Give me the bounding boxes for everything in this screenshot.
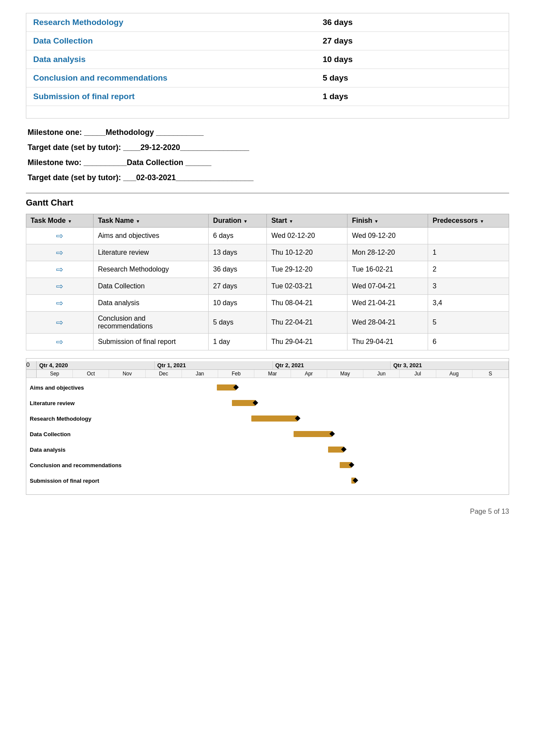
gantt-task-name: Aims and objectives [94, 228, 209, 244]
gantt-row-2: ⇨ Research Methodology 36 days Tue 29-12… [26, 261, 509, 278]
gantt-bar-2 [251, 415, 297, 422]
gantt-bar-container-5 [125, 457, 509, 473]
gantt-predecessors [428, 228, 509, 244]
gantt-finish: Wed 09-12-20 [347, 228, 428, 244]
gantt-duration: 1 day [209, 334, 267, 350]
gantt-start: Thu 10-12-20 [267, 244, 347, 261]
gantt-vis-row-1: Literature review [26, 395, 509, 411]
gantt-col-header-0: Task Mode ▼ [26, 214, 94, 228]
milestone-label-2: Milestone two: __________Data Collection… [28, 158, 507, 167]
gantt-month-label-2: Nov [109, 370, 145, 378]
gantt-duration: 36 days [209, 261, 267, 278]
summary-duration: 1 days [316, 87, 509, 106]
gantt-start: Wed 02-12-20 [267, 228, 347, 244]
gantt-predecessors: 2 [428, 261, 509, 278]
gantt-month-label-6: Mar [254, 370, 291, 378]
gantt-finish: Wed 07-04-21 [347, 278, 428, 295]
gantt-qtr-label-1: Qtr 1, 2021 [155, 361, 273, 369]
gantt-bar-1 [232, 400, 255, 406]
gantt-vis-zero-col: 0 [26, 361, 37, 369]
gantt-visual-chart: 0Qtr 4, 2020Qtr 1, 2021Qtr 2, 2021Qtr 3,… [26, 358, 509, 495]
gantt-col-header-2: Duration ▼ [209, 214, 267, 228]
page-number: Page 5 of 13 [26, 508, 509, 515]
gantt-bar-container-4 [125, 442, 509, 457]
gantt-row-1: ⇨ Literature review 13 days Thu 10-12-20… [26, 244, 509, 261]
gantt-predecessors: 5 [428, 312, 509, 334]
gantt-month-label-5: Feb [218, 370, 254, 378]
gantt-predecessors: 1 [428, 244, 509, 261]
gantt-month-label-11: Aug [436, 370, 472, 378]
summary-row: Data analysis 10 days [26, 50, 509, 69]
gantt-mode-icon: ⇨ [26, 261, 94, 278]
gantt-task-name: Literature review [94, 244, 209, 261]
gantt-vis-task-label-5: Conclusion and recommendations [30, 462, 125, 469]
gantt-finish: Thu 29-04-21 [347, 334, 428, 350]
milestone-label-1: Milestone one: _____Methodology ________… [28, 128, 507, 137]
gantt-vis-zero-col-month [26, 370, 37, 378]
gantt-vis-row-2: Research Methodology [26, 411, 509, 426]
gantt-task-name: Conclusion andrecommendations [94, 312, 209, 334]
gantt-task-name: Data analysis [94, 295, 209, 312]
summary-task-name: Conclusion and recommendations [26, 69, 316, 87]
gantt-table: Task Mode ▼Task Name ▼Duration ▼Start ▼F… [26, 214, 509, 350]
gantt-col-header-4: Finish ▼ [347, 214, 428, 228]
gantt-mode-icon: ⇨ [26, 278, 94, 295]
summary-row: Conclusion and recommendations 5 days [26, 69, 509, 87]
summary-task-name: Research Methodology [26, 13, 316, 32]
summary-row: Research Methodology 36 days [26, 13, 509, 32]
gantt-predecessors: 3 [428, 278, 509, 295]
gantt-mode-icon: ⇨ [26, 312, 94, 334]
gantt-finish: Wed 28-04-21 [347, 312, 428, 334]
gantt-finish: Wed 21-04-21 [347, 295, 428, 312]
gantt-start: Tue 02-03-21 [267, 278, 347, 295]
summary-row: Data Collection 27 days [26, 32, 509, 50]
summary-duration: 27 days [316, 32, 509, 50]
gantt-vis-task-label-4: Data analysis [30, 447, 125, 453]
gantt-vis-row-4: Data analysis [26, 442, 509, 457]
gantt-vis-row-5: Conclusion and recommendations [26, 457, 509, 473]
gantt-qtr-label-3: Qtr 3, 2021 [391, 361, 509, 369]
gantt-bar-container-6 [125, 473, 509, 488]
gantt-vis-task-label-6: Submission of final report [30, 478, 125, 484]
summary-task-name: Submission of final report [26, 87, 316, 106]
summary-duration: 10 days [316, 50, 509, 69]
gantt-predecessors: 6 [428, 334, 509, 350]
gantt-vis-task-label-0: Aims and objectives [30, 384, 125, 391]
gantt-row-4: ⇨ Data analysis 10 days Thu 08-04-21 Wed… [26, 295, 509, 312]
gantt-bar-container-3 [125, 426, 509, 442]
gantt-vis-task-label-1: Literature review [30, 400, 125, 406]
gantt-month-label-8: May [327, 370, 363, 378]
milestone-target-1: Target date (set by tutor): ____29-12-20… [28, 143, 507, 152]
gantt-bar-container-2 [125, 411, 509, 426]
gantt-finish: Tue 16-02-21 [347, 261, 428, 278]
gantt-row-3: ⇨ Data Collection 27 days Tue 02-03-21 W… [26, 278, 509, 295]
gantt-duration: 10 days [209, 295, 267, 312]
summary-task-name: Data analysis [26, 50, 316, 69]
summary-row: Submission of final report 1 days [26, 87, 509, 106]
gantt-task-name: Data Collection [94, 278, 209, 295]
gantt-month-label-10: Jul [400, 370, 436, 378]
gantt-task-name: Research Methodology [94, 261, 209, 278]
gantt-vis-task-label-3: Data Collection [30, 431, 125, 437]
gantt-month-label-12: S [472, 370, 509, 378]
gantt-month-label-9: Jun [363, 370, 400, 378]
gantt-start: Tue 29-12-20 [267, 261, 347, 278]
gantt-predecessors: 3,4 [428, 295, 509, 312]
gantt-mode-icon: ⇨ [26, 334, 94, 350]
gantt-start: Thu 22-04-21 [267, 312, 347, 334]
gantt-mode-icon: ⇨ [26, 244, 94, 261]
gantt-month-label-7: Apr [291, 370, 327, 378]
gantt-duration: 13 days [209, 244, 267, 261]
gantt-qtr-label-2: Qtr 2, 2021 [273, 361, 391, 369]
gantt-start: Thu 29-04-21 [267, 334, 347, 350]
gantt-month-label-3: Dec [146, 370, 182, 378]
milestone-target-2: Target date (set by tutor): ___02-03-202… [28, 173, 507, 182]
gantt-duration: 6 days [209, 228, 267, 244]
gantt-bar-container-1 [125, 395, 509, 411]
gantt-mode-icon: ⇨ [26, 295, 94, 312]
gantt-row-0: ⇨ Aims and objectives 6 days Wed 02-12-2… [26, 228, 509, 244]
summary-duration: 5 days [316, 69, 509, 87]
gantt-start: Thu 08-04-21 [267, 295, 347, 312]
gantt-chart-title: Gantt Chart [26, 193, 509, 208]
gantt-duration: 5 days [209, 312, 267, 334]
